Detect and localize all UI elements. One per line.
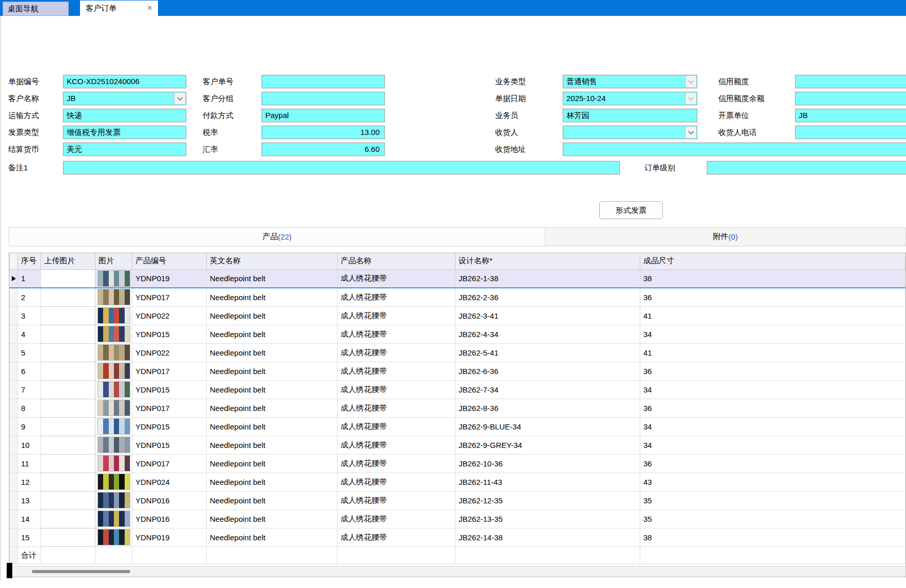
cell-seq[interactable]: 4: [18, 325, 41, 343]
cell-english-name[interactable]: Needlepoint belt: [207, 380, 338, 399]
row-selector-cell[interactable]: [10, 417, 18, 436]
delivery-address-field[interactable]: [563, 143, 906, 156]
doc-date-dropdown[interactable]: 2025-10-24: [563, 92, 697, 105]
cell-english-name[interactable]: Needlepoint belt: [207, 454, 338, 473]
cell-product-code[interactable]: YDNP022: [132, 343, 207, 362]
payment-method-field[interactable]: Paypal: [262, 109, 385, 122]
cell-size[interactable]: 41: [640, 343, 905, 362]
table-row[interactable]: 11 YDNP017 Needlepoint belt 成人绣花腰带 JB262…: [10, 454, 905, 473]
col-header-upload-image[interactable]: 上传图片: [41, 253, 95, 269]
table-row[interactable]: 10 YDNP015 Needlepoint belt 成人绣花腰带 JB262…: [10, 436, 905, 454]
customer-po-field[interactable]: [262, 75, 385, 88]
cell-seq[interactable]: 14: [18, 509, 41, 528]
horizontal-scrollbar[interactable]: [9, 566, 905, 577]
product-thumbnail[interactable]: [97, 511, 130, 527]
table-row[interactable]: 5 YDNP022 Needlepoint belt 成人绣花腰带 JB262-…: [10, 343, 905, 362]
product-thumbnail[interactable]: [97, 307, 130, 324]
table-row[interactable]: 7 YDNP015 Needlepoint belt 成人绣花腰带 JB262-…: [10, 380, 905, 399]
proforma-invoice-button[interactable]: 形式发票: [599, 201, 663, 219]
cell-english-name[interactable]: Needlepoint belt: [207, 343, 338, 362]
cell-english-name[interactable]: Needlepoint belt: [207, 362, 338, 380]
cell-product-code[interactable]: YDNP017: [132, 362, 207, 380]
row-selector-cell[interactable]: [10, 399, 18, 417]
row-selector-cell[interactable]: [10, 528, 18, 546]
cell-product-name[interactable]: 成人绣花腰带: [338, 288, 456, 306]
row-selector-cell[interactable]: [10, 491, 18, 509]
cell-design-name[interactable]: JB262-9-GREY-34: [456, 436, 640, 454]
cell-upload-image[interactable]: [41, 528, 95, 546]
cell-design-name[interactable]: JB262-1-38: [456, 269, 640, 288]
cell-upload-image[interactable]: [41, 343, 95, 362]
product-thumbnail[interactable]: [97, 437, 130, 453]
tax-rate-field[interactable]: 13.00: [262, 126, 385, 139]
col-header-size[interactable]: 成品尺寸: [640, 253, 905, 269]
cell-english-name[interactable]: Needlepoint belt: [207, 399, 338, 417]
cell-product-code[interactable]: YDNP022: [132, 306, 207, 325]
settlement-currency-field[interactable]: 美元: [63, 143, 186, 156]
cell-size[interactable]: 36: [640, 362, 905, 380]
cell-image[interactable]: [95, 509, 132, 528]
cell-product-code[interactable]: YDNP016: [132, 509, 207, 528]
table-row[interactable]: 2 YDNP017 Needlepoint belt 成人绣花腰带 JB262-…: [10, 288, 905, 306]
row-selector-cell[interactable]: [10, 362, 18, 380]
cell-upload-image[interactable]: [41, 491, 95, 509]
customer-name-dropdown[interactable]: JB: [63, 92, 186, 105]
tab-products[interactable]: 产品(22): [9, 228, 545, 246]
row-selector-cell[interactable]: [10, 288, 18, 306]
cell-size[interactable]: 43: [640, 473, 905, 491]
billing-unit-field[interactable]: JB: [795, 109, 906, 122]
cell-size[interactable]: 35: [640, 491, 905, 509]
row-selector-cell[interactable]: [10, 380, 18, 399]
cell-product-name[interactable]: 成人绣花腰带: [338, 306, 456, 325]
cell-design-name[interactable]: JB262-7-34: [456, 380, 640, 399]
product-thumbnail[interactable]: [97, 326, 130, 342]
cell-product-name[interactable]: 成人绣花腰带: [338, 380, 456, 399]
cell-seq[interactable]: 6: [18, 362, 41, 380]
product-thumbnail[interactable]: [97, 529, 130, 545]
cell-image[interactable]: [95, 306, 132, 325]
product-thumbnail[interactable]: [97, 455, 130, 472]
table-row[interactable]: 4 YDNP015 Needlepoint belt 成人绣花腰带 JB262-…: [10, 325, 905, 343]
product-thumbnail[interactable]: [97, 400, 130, 416]
cell-seq[interactable]: 11: [18, 454, 41, 473]
cell-image[interactable]: [95, 399, 132, 417]
cell-size[interactable]: 34: [640, 436, 905, 454]
cell-image[interactable]: [95, 473, 132, 491]
cell-image[interactable]: [95, 417, 132, 436]
table-row[interactable]: 9 YDNP015 Needlepoint belt 成人绣花腰带 JB262-…: [10, 417, 905, 436]
cell-size[interactable]: 34: [640, 325, 905, 343]
cell-english-name[interactable]: Needlepoint belt: [207, 325, 338, 343]
order-level-field[interactable]: [707, 161, 906, 174]
table-row[interactable]: 1 YDNP019 Needlepoint belt 成人绣花腰带 JB262-…: [10, 269, 905, 288]
cell-product-code[interactable]: YDNP016: [132, 491, 207, 509]
col-header-product-code[interactable]: 产品编号: [132, 253, 207, 269]
cell-english-name[interactable]: Needlepoint belt: [207, 509, 338, 528]
cell-english-name[interactable]: Needlepoint belt: [207, 288, 338, 306]
cell-image[interactable]: [95, 528, 132, 546]
row-selector-cell[interactable]: [10, 343, 18, 362]
cell-upload-image[interactable]: [41, 325, 95, 343]
cell-size[interactable]: 38: [640, 269, 905, 288]
cell-product-code[interactable]: YDNP017: [132, 399, 207, 417]
cell-seq[interactable]: 1: [18, 269, 41, 288]
scrollbar-thumb[interactable]: [32, 570, 130, 573]
consignee-phone-field[interactable]: [795, 126, 906, 139]
table-row[interactable]: 15 YDNP019 Needlepoint belt 成人绣花腰带 JB262…: [10, 528, 905, 546]
business-type-dropdown[interactable]: 普通销售: [563, 75, 697, 88]
tab-desktop-nav[interactable]: 桌面导航: [3, 2, 69, 16]
cell-image[interactable]: [95, 269, 132, 288]
cell-product-code[interactable]: YDNP015: [132, 436, 207, 454]
product-thumbnail[interactable]: [97, 344, 130, 361]
cell-seq[interactable]: 2: [18, 288, 41, 306]
cell-design-name[interactable]: JB262-2-36: [456, 288, 640, 306]
salesperson-field[interactable]: 林芳园: [563, 109, 697, 122]
cell-upload-image[interactable]: [41, 436, 95, 454]
credit-balance-field[interactable]: [795, 92, 906, 105]
cell-seq[interactable]: 15: [18, 528, 41, 546]
cell-product-name[interactable]: 成人绣花腰带: [338, 436, 456, 454]
cell-product-code[interactable]: YDNP015: [132, 325, 207, 343]
cell-size[interactable]: 34: [640, 417, 905, 436]
cell-product-name[interactable]: 成人绣花腰带: [338, 454, 456, 473]
cell-upload-image[interactable]: [41, 380, 95, 399]
cell-design-name[interactable]: JB262-3-41: [456, 306, 640, 325]
